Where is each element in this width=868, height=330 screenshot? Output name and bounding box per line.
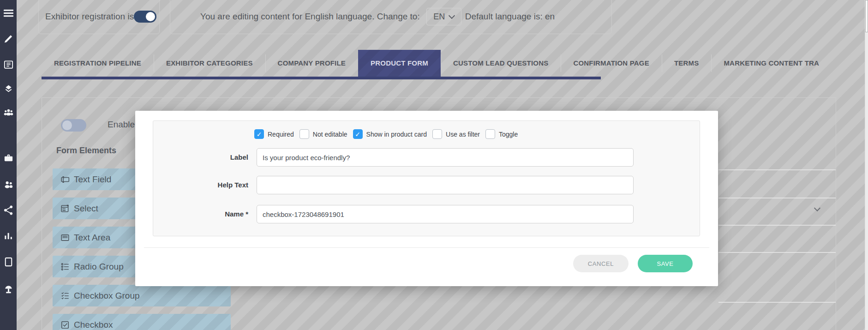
element-button-label: Checkbox: [74, 320, 113, 330]
form-elements-title: Form Elements: [56, 146, 116, 156]
label-field-row: Label: [153, 148, 700, 167]
background-row-border: [718, 169, 836, 170]
show-in-product-card-checkbox[interactable]: ✓: [353, 129, 363, 139]
edit-pencil-icon[interactable]: [3, 34, 14, 45]
exhibitor-registration-label: Exhibitor registration is: [45, 12, 134, 22]
background-row-border: [718, 302, 836, 303]
toggle-knob: [146, 12, 155, 21]
attendees-group-icon[interactable]: [3, 107, 14, 118]
modal-footer-divider: [144, 247, 709, 248]
app-window: Exhibitor registration is You are editin…: [0, 0, 868, 330]
element-button-label: Text Area: [74, 233, 110, 243]
help-text-field-label: Help Text: [153, 176, 248, 194]
checkbox-label: Required: [268, 131, 294, 138]
device-icon[interactable]: [3, 256, 14, 267]
hamburger-menu-icon[interactable]: [3, 7, 14, 18]
language-card: You are editing content for English lang…: [170, 0, 612, 34]
checkbox-group-icon: [60, 291, 70, 300]
use-as-filter-checkbox[interactable]: ✓: [432, 129, 442, 139]
sidebar-nav: [0, 0, 17, 330]
tab-marketing-content[interactable]: MARKETING CONTENT TRA: [711, 50, 832, 77]
tab-company-profile[interactable]: COMPANY PROFILE: [265, 50, 358, 77]
element-button-label: Radio Group: [74, 262, 124, 272]
field-settings-modal: ✓ Required ✓ Not editable ✓ Show in prod…: [135, 111, 718, 286]
background-row-border: [718, 252, 836, 253]
not-editable-checkbox[interactable]: ✓: [299, 129, 309, 139]
use-as-filter-option[interactable]: ✓ Use as filter: [432, 129, 480, 139]
required-option[interactable]: ✓ Required: [254, 129, 294, 139]
enable-label: Enable: [108, 120, 135, 130]
text-field-icon: [60, 175, 70, 184]
name-field-label: Name *: [153, 205, 248, 223]
field-settings-form: ✓ Required ✓ Not editable ✓ Show in prod…: [153, 120, 700, 236]
checkbox-label: Not editable: [313, 131, 347, 138]
select-icon: [60, 204, 70, 213]
exhibitor-registration-card: Exhibitor registration is: [38, 0, 160, 34]
checkbox-label: Toggle: [499, 131, 518, 138]
chevron-down-icon: [449, 12, 455, 19]
tab-terms[interactable]: TERMS: [662, 50, 712, 77]
share-icon[interactable]: [3, 204, 14, 216]
tab-product-form[interactable]: PRODUCT FORM: [358, 50, 441, 77]
background-row-border: [718, 225, 836, 226]
required-checkbox[interactable]: ✓: [254, 129, 264, 139]
toggle-knob: [62, 120, 72, 130]
name-field-row: Name *: [153, 205, 700, 223]
language-select[interactable]: EN: [426, 8, 461, 25]
tab-registration-pipeline[interactable]: REGISTRATION PIPELINE: [42, 50, 154, 77]
language-notice: You are editing content for English lang…: [200, 12, 420, 22]
help-text-field-input[interactable]: [257, 176, 634, 194]
element-button-label: Text Field: [74, 174, 111, 185]
enable-toggle[interactable]: [61, 119, 86, 132]
briefcase-icon[interactable]: [3, 152, 14, 163]
checkbox-label: Show in product card: [366, 131, 427, 138]
page-scrollbar: [865, 0, 868, 330]
team-icon[interactable]: [3, 179, 14, 190]
language-select-value: EN: [433, 12, 445, 22]
default-language-text: Default language is: en: [465, 12, 555, 22]
checkbox-icon: [60, 320, 70, 330]
sponsors-icon[interactable]: [3, 84, 14, 95]
label-field-label: Label: [153, 148, 248, 167]
element-button-label: Checkbox Group: [74, 291, 140, 301]
not-editable-option[interactable]: ✓ Not editable: [299, 129, 347, 139]
analytics-icon[interactable]: [3, 230, 14, 241]
registration-form-icon[interactable]: [3, 59, 14, 70]
background-row-border: [718, 198, 836, 198]
element-button-checkbox[interactable]: Checkbox: [53, 314, 231, 330]
exhibitor-registration-toggle[interactable]: [134, 11, 156, 23]
label-field-input[interactable]: [257, 148, 634, 167]
scrollbar-thumb[interactable]: [865, 0, 868, 32]
text-area-icon: [60, 233, 70, 242]
tab-exhibitor-categories[interactable]: EXHIBITOR CATEGORIES: [154, 50, 265, 77]
save-button[interactable]: SAVE: [638, 255, 693, 272]
radio-group-icon: [60, 262, 70, 271]
tab-underline: [42, 77, 601, 79]
name-field-input[interactable]: [257, 205, 634, 223]
tab-custom-lead-questions[interactable]: CUSTOM LEAD QUESTIONS: [441, 50, 561, 77]
field-options-row: ✓ Required ✓ Not editable ✓ Show in prod…: [254, 129, 523, 139]
toggle-checkbox[interactable]: ✓: [485, 129, 495, 139]
tab-confirmation-page[interactable]: CONFIRMATION PAGE: [561, 50, 662, 77]
tab-bar: REGISTRATION PIPELINE EXHIBITOR CATEGORI…: [42, 50, 865, 77]
booth-stand-icon[interactable]: [3, 284, 14, 295]
element-button-label: Select: [74, 204, 98, 214]
element-button-checkbox-group[interactable]: Checkbox Group: [53, 285, 231, 306]
help-text-field-row: Help Text: [153, 176, 700, 194]
show-in-product-card-option[interactable]: ✓ Show in product card: [353, 129, 427, 139]
toggle-option[interactable]: ✓ Toggle: [485, 129, 518, 139]
checkbox-label: Use as filter: [446, 131, 480, 138]
cancel-button[interactable]: CANCEL: [573, 255, 629, 272]
